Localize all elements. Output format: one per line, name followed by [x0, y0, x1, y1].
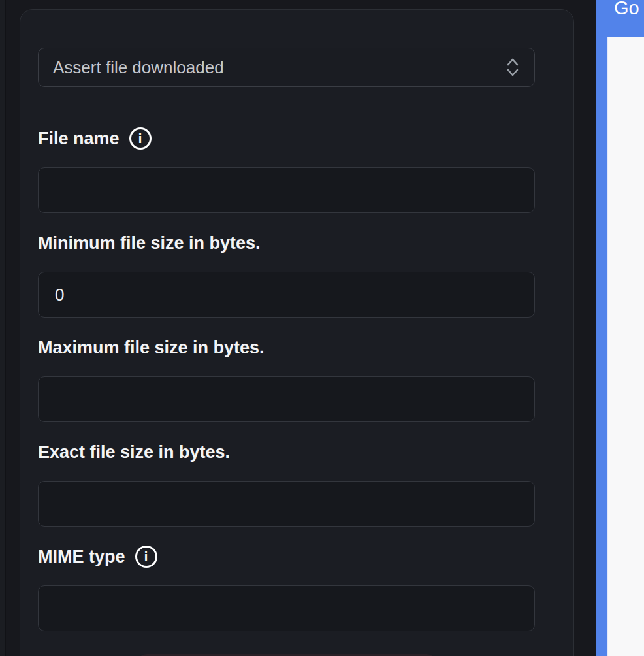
field-label-text: File name — [38, 129, 120, 149]
chevron-up-down-icon — [506, 57, 520, 78]
file-name-input[interactable] — [38, 167, 535, 213]
field-label-text: MIME type — [38, 547, 125, 567]
adjacent-panel-edge — [0, 0, 6, 656]
step-editor-screen: Assert file downloaded File name Minimum… — [0, 0, 644, 656]
exact-file-size-label-row: Exact file size in bytes. — [38, 440, 230, 465]
field-label-text: Exact file size in bytes. — [38, 442, 230, 463]
info-icon[interactable] — [129, 127, 152, 150]
info-icon[interactable] — [135, 546, 157, 568]
mime-type-input[interactable] — [38, 585, 535, 631]
file-name-label-row: File name — [38, 126, 152, 151]
preview-page-heading: Go — [614, 0, 639, 19]
min-file-size-input[interactable] — [38, 272, 535, 318]
preview-page-surface — [607, 37, 644, 656]
step-action-selected-value: Assert file downloaded — [53, 57, 506, 78]
field-label-text: Minimum file size in bytes. — [38, 233, 261, 254]
exact-file-size-input[interactable] — [38, 481, 535, 527]
step-action-select[interactable]: Assert file downloaded — [38, 48, 535, 87]
min-file-size-label-row: Minimum file size in bytes. — [38, 231, 261, 255]
step-config-card: Assert file downloaded File name Minimum… — [20, 9, 574, 656]
max-file-size-label-row: Maximum file size in bytes. — [38, 335, 265, 360]
field-label-text: Maximum file size in bytes. — [38, 338, 265, 358]
browser-preview-frame: Go — [596, 0, 644, 656]
mime-type-label-row: MIME type — [38, 544, 157, 569]
max-file-size-input[interactable] — [38, 376, 535, 422]
